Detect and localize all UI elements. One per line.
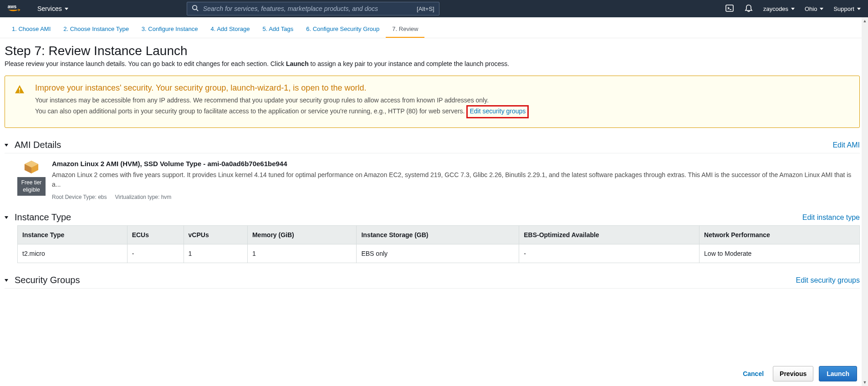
svg-text:aws: aws (8, 4, 17, 9)
wizard-step-5[interactable]: 5. Add Tags (256, 21, 300, 38)
ami-box-icon (23, 160, 40, 174)
account-dropdown[interactable]: zaycodes (763, 5, 795, 12)
page-title: Step 7: Review Instance Launch (5, 44, 860, 58)
col-ecus: ECUs (127, 226, 184, 244)
page-subtitle: Please review your instance launch detai… (5, 60, 860, 67)
free-tier-line1: Free tier (21, 179, 42, 186)
wizard-step-6[interactable]: 6. Configure Security Group (300, 21, 386, 38)
caret-down-icon (791, 8, 795, 10)
cell-instance-type: t2.micro (18, 244, 128, 263)
col-memory: Memory (GiB) (247, 226, 356, 244)
edit-instance-type-link[interactable]: Edit instance type (802, 213, 860, 222)
col-storage: Instance Storage (GB) (357, 226, 519, 244)
svg-point-1 (193, 5, 197, 10)
col-network: Network Performance (700, 226, 860, 244)
aws-logo[interactable]: aws (7, 4, 25, 14)
scroll-up-icon[interactable]: ▲ (862, 17, 868, 25)
table-row: t2.micro - 1 1 EBS only - Low to Moderat… (18, 244, 860, 263)
warning-icon (14, 84, 25, 98)
wizard-steps: 1. Choose AMI 2. Choose Instance Type 3.… (0, 17, 868, 38)
region-label: Ohio (805, 5, 817, 12)
scrollbar[interactable]: ▲ ▼ (862, 17, 868, 322)
edit-security-groups-link-2[interactable]: Edit security groups (796, 276, 860, 284)
instance-type-table: Instance Type ECUs vCPUs Memory (GiB) In… (17, 225, 860, 263)
search-input[interactable]: Search for services, features, marketpla… (187, 2, 439, 15)
caret-down-icon (857, 8, 861, 10)
search-icon (192, 5, 199, 13)
search-placeholder: Search for services, features, marketpla… (203, 5, 417, 12)
free-tier-line2: eligible (23, 187, 40, 193)
security-section-toggle[interactable]: Security Groups (5, 275, 80, 285)
instance-section-toggle[interactable]: Instance Type (5, 212, 71, 223)
cell-memory: 1 (247, 244, 356, 263)
warning-line2: You can also open additional ports in yo… (35, 107, 466, 115)
col-instance-type: Instance Type (18, 226, 128, 244)
ami-description: Amazon Linux 2 comes with five years sup… (52, 170, 860, 189)
col-ebs-opt: EBS-Optimized Available (519, 226, 700, 244)
wizard-step-7[interactable]: 7. Review (386, 21, 424, 38)
cell-ebs-opt: - (519, 244, 700, 263)
wizard-step-3[interactable]: 3. Configure Instance (135, 21, 204, 38)
col-vcpus: vCPUs (184, 226, 247, 244)
services-dropdown[interactable]: Services (37, 5, 68, 12)
edit-security-groups-link[interactable]: Edit security groups (470, 107, 526, 115)
subtitle-bold: Launch (286, 60, 309, 67)
support-label: Support (833, 5, 854, 12)
caret-down-icon (5, 279, 8, 282)
region-dropdown[interactable]: Ohio (805, 5, 823, 12)
cell-network: Low to Moderate (700, 244, 860, 263)
services-label: Services (37, 5, 62, 12)
edit-ami-link[interactable]: Edit AMI (832, 141, 860, 149)
ami-title: Amazon Linux 2 AMI (HVM), SSD Volume Typ… (52, 160, 860, 168)
svg-rect-5 (19, 88, 20, 91)
svg-line-2 (196, 9, 198, 11)
ami-section-toggle[interactable]: AMI Details (5, 140, 61, 150)
support-dropdown[interactable]: Support (833, 5, 861, 12)
subtitle-text-after: to assign a key pair to your instance an… (309, 60, 509, 67)
instance-section-title: Instance Type (15, 212, 71, 223)
ami-virtualization: Virtualization type: hvm (115, 194, 172, 200)
caret-down-icon (820, 8, 823, 10)
username-label: zaycodes (763, 5, 788, 12)
cell-ecus: - (127, 244, 184, 263)
cloudshell-icon[interactable] (725, 4, 734, 14)
warning-title: Improve your instances' security. Your s… (35, 83, 529, 93)
security-section-title: Security Groups (15, 275, 80, 285)
subtitle-text: Please review your instance launch detai… (5, 60, 286, 67)
notifications-icon[interactable] (744, 4, 753, 14)
warning-line1: Your instances may be accessible from an… (35, 96, 489, 104)
wizard-step-1[interactable]: 1. Choose AMI (5, 21, 57, 38)
svg-rect-6 (19, 91, 20, 92)
wizard-step-4[interactable]: 4. Add Storage (204, 21, 256, 38)
cell-vcpus: 1 (184, 244, 247, 263)
top-nav: aws Services Search for services, featur… (0, 0, 868, 17)
caret-down-icon (5, 216, 8, 219)
ami-root-device: Root Device Type: ebs (52, 194, 107, 200)
free-tier-badge: Free tier eligible (17, 177, 46, 196)
cell-storage: EBS only (357, 244, 519, 263)
caret-down-icon (5, 144, 8, 147)
ami-section-title: AMI Details (15, 140, 61, 150)
wizard-step-2[interactable]: 2. Choose Instance Type (57, 21, 135, 38)
security-warning: Improve your instances' security. Your s… (5, 76, 860, 128)
main-content: Step 7: Review Instance Launch Please re… (0, 38, 868, 322)
caret-down-icon (65, 8, 68, 10)
search-hint: [Alt+S] (417, 5, 434, 12)
